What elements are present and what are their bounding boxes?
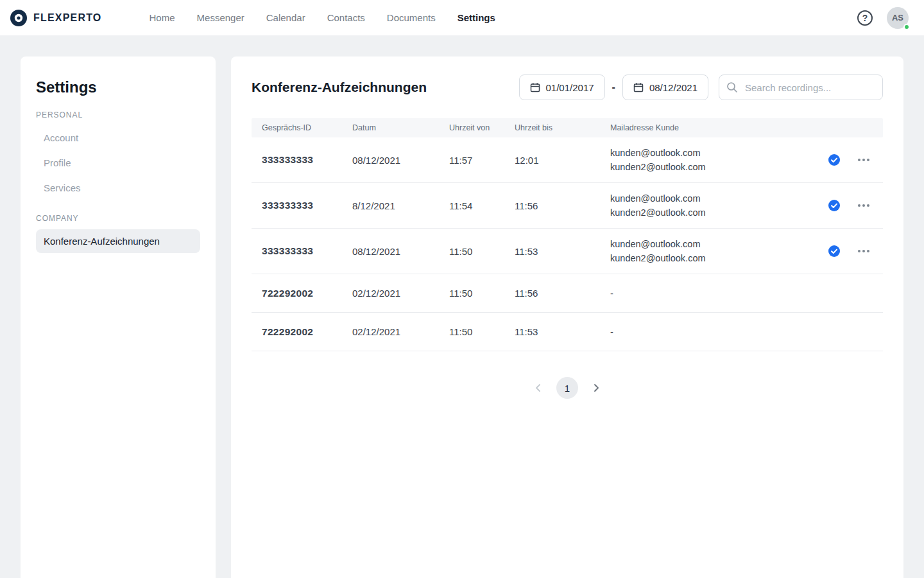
sidebar-section-company: COMPANY: [36, 214, 200, 223]
mail-line: kunden2@outlook.com: [610, 160, 820, 174]
nav-item-documents[interactable]: Documents: [387, 12, 436, 23]
top-navbar: FLEXPERTO Home Messenger Calendar Contac…: [0, 0, 924, 36]
recordings-table: Gesprächs-ID Datum Uhrzeit von Uhrzeit b…: [252, 118, 883, 351]
navbar-right: ? AS: [857, 7, 909, 29]
cell-mail: kunden@outlook.com kunden2@outlook.com: [610, 191, 820, 220]
cell-badge: [820, 153, 848, 166]
cell-uhrzeit-bis: 11:53: [515, 326, 610, 337]
pagination: 1: [252, 377, 883, 399]
page-title: Konferenz-Aufzeichnungen: [252, 80, 519, 95]
search-box: [719, 74, 883, 100]
cell-gespraechs-id: 333333333: [262, 245, 352, 257]
mail-line: kunden@outlook.com: [610, 237, 820, 251]
search-input[interactable]: [719, 74, 883, 100]
date-to-button[interactable]: 08/12/2021: [622, 74, 708, 100]
col-header-gespraechs-id: Gesprächs-ID: [262, 123, 352, 132]
cell-gespraechs-id: 333333333: [262, 200, 352, 211]
sidebar-title: Settings: [36, 78, 200, 96]
main-navigation: Home Messenger Calendar Contacts Documen…: [150, 12, 495, 23]
mail-line: kunden@outlook.com: [610, 191, 820, 206]
date-to-value: 08/12/2021: [649, 82, 697, 93]
nav-item-settings[interactable]: Settings: [458, 12, 495, 23]
brand-logo-icon: [10, 10, 27, 26]
table-row: 722292002 02/12/2021 11:50 11:53 -: [252, 313, 883, 351]
page-content: Settings PERSONAL Account Profile Servic…: [0, 36, 924, 578]
date-range-separator: -: [612, 82, 615, 93]
table-row: 333333333 08/12/2021 11:50 11:53 kunden@…: [252, 229, 883, 274]
sidebar-section-personal: PERSONAL: [36, 110, 200, 119]
sidebar-item-konferenz-aufzeichnungen[interactable]: Konferenz-Aufzeichnungen: [36, 229, 200, 253]
cell-mail: kunden@outlook.com kunden2@outlook.com: [610, 237, 820, 265]
cell-datum: 02/12/2021: [352, 288, 449, 299]
table-row: 722292002 02/12/2021 11:50 11:56 -: [252, 274, 883, 313]
panel-header: Konferenz-Aufzeichnungen 01/01/2017 -: [252, 74, 883, 100]
nav-item-contacts[interactable]: Contacts: [327, 12, 365, 23]
help-icon[interactable]: ?: [857, 10, 873, 26]
cell-datum: 02/12/2021: [352, 326, 449, 337]
nav-item-messenger[interactable]: Messenger: [197, 12, 244, 23]
pagination-page-1[interactable]: 1: [556, 377, 578, 399]
cell-uhrzeit-von: 11:50: [449, 326, 515, 337]
cell-uhrzeit-von: 11:57: [449, 155, 515, 166]
cell-datum: 08/12/2021: [352, 155, 449, 166]
table-row: 333333333 08/12/2021 11:57 12:01 kunden@…: [252, 137, 883, 183]
date-from-value: 01/01/2017: [546, 82, 594, 93]
avatar[interactable]: AS: [887, 7, 909, 29]
sidebar-item-services[interactable]: Services: [36, 176, 200, 200]
cell-gespraechs-id: 333333333: [262, 154, 352, 166]
avatar-initials: AS: [892, 13, 903, 22]
row-menu-icon[interactable]: [855, 155, 872, 165]
cell-uhrzeit-bis: 11:56: [515, 200, 610, 211]
brand-logo[interactable]: FLEXPERTO: [10, 10, 102, 26]
calendar-icon: [633, 82, 644, 92]
sidebar-item-profile[interactable]: Profile: [36, 151, 200, 175]
mail-line: kunden2@outlook.com: [610, 206, 820, 220]
cell-uhrzeit-von: 11:54: [449, 200, 515, 211]
cell-actions: [848, 246, 879, 256]
cell-datum: 08/12/2021: [352, 246, 449, 257]
pagination-next-icon[interactable]: [591, 383, 601, 393]
cell-actions: [848, 200, 879, 211]
nav-item-home[interactable]: Home: [150, 12, 175, 23]
mail-line: kunden@outlook.com: [610, 146, 820, 160]
cell-gespraechs-id: 722292002: [262, 288, 352, 299]
col-header-uhrzeit-bis: Uhrzeit bis: [515, 123, 610, 132]
cell-gespraechs-id: 722292002: [262, 326, 352, 338]
mail-line: kunden2@outlook.com: [610, 251, 820, 265]
sidebar-item-account[interactable]: Account: [36, 126, 200, 150]
col-header-datum: Datum: [352, 123, 449, 132]
cell-actions: [848, 155, 879, 165]
verified-badge-icon: [828, 199, 841, 212]
table-header: Gesprächs-ID Datum Uhrzeit von Uhrzeit b…: [252, 118, 883, 137]
cell-badge: [820, 199, 848, 212]
cell-uhrzeit-von: 11:50: [449, 288, 515, 299]
cell-uhrzeit-bis: 11:56: [515, 288, 610, 299]
recordings-panel: Konferenz-Aufzeichnungen 01/01/2017 -: [231, 57, 903, 578]
col-header-mailadresse: Mailadresse Kunde: [610, 123, 820, 132]
nav-item-calendar[interactable]: Calendar: [266, 12, 305, 23]
verified-badge-icon: [828, 245, 841, 258]
date-from-button[interactable]: 01/01/2017: [519, 74, 605, 100]
row-menu-icon[interactable]: [855, 246, 872, 256]
pagination-prev-icon[interactable]: [533, 383, 543, 393]
settings-sidebar: Settings PERSONAL Account Profile Servic…: [21, 57, 216, 578]
cell-uhrzeit-bis: 12:01: [515, 155, 610, 166]
online-status-dot: [903, 24, 910, 30]
col-header-uhrzeit-von: Uhrzeit von: [449, 123, 515, 132]
calendar-icon: [530, 82, 540, 92]
table-row: 333333333 8/12/2021 11:54 11:56 kunden@o…: [252, 183, 883, 229]
verified-badge-icon: [828, 153, 841, 166]
row-menu-icon[interactable]: [855, 200, 872, 211]
cell-datum: 8/12/2021: [352, 200, 449, 211]
cell-uhrzeit-bis: 11:53: [515, 246, 610, 257]
brand-name: FLEXPERTO: [33, 12, 102, 24]
search-icon: [726, 82, 738, 96]
cell-mail: -: [610, 325, 820, 339]
cell-mail: -: [610, 286, 820, 301]
cell-badge: [820, 245, 848, 258]
cell-uhrzeit-von: 11:50: [449, 246, 515, 257]
cell-mail: kunden@outlook.com kunden2@outlook.com: [610, 146, 820, 174]
